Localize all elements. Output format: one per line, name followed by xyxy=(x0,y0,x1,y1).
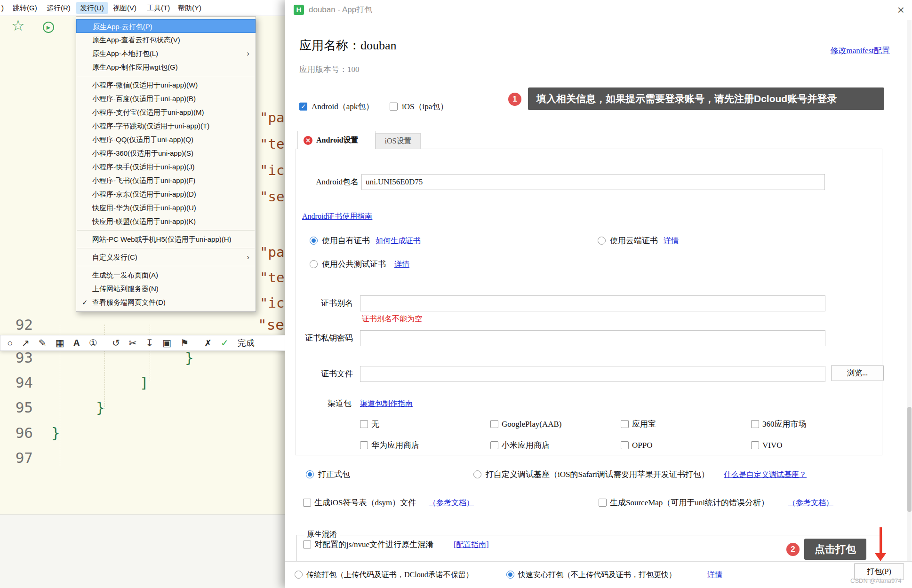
public-cert-detail-link[interactable]: 详情 xyxy=(394,260,409,269)
cert-guide-link[interactable]: Android证书使用指南 xyxy=(302,212,372,221)
browse-button[interactable]: 浏览... xyxy=(831,365,884,381)
obfuscation-guide-link[interactable]: [配置指南] xyxy=(454,540,489,549)
menu-item-mp-jd[interactable]: 小程序-京东(仅适用于uni-app)(D) xyxy=(76,187,256,201)
own-cert-radio[interactable] xyxy=(310,237,318,245)
pack-detail-link[interactable]: 详情 xyxy=(707,570,722,580)
public-test-cert-label[interactable]: 使用公共测试证书 xyxy=(322,260,386,269)
close-icon[interactable]: × xyxy=(897,0,904,20)
channel-guide-link[interactable]: 渠道包制作指南 xyxy=(360,399,413,408)
android-platform-label[interactable]: Android（apk包） xyxy=(312,102,374,111)
sourcemap-checkbox[interactable] xyxy=(599,499,607,507)
menu-item-native-cloud-pack[interactable]: 原生App-云打包(P) xyxy=(76,19,256,33)
obfuscation-checkbox[interactable] xyxy=(303,540,311,548)
cert-file-input[interactable] xyxy=(360,366,825,382)
menu-item-mp-baidu[interactable]: 小程序-百度(仅适用于uni-app)(B) xyxy=(76,92,256,105)
channel-googleplay-label[interactable]: GooglePlay(AAB) xyxy=(502,420,561,429)
scrollbar-thumb[interactable] xyxy=(907,407,912,512)
channel-huawei-checkbox[interactable] xyxy=(360,441,368,449)
ios-platform-label[interactable]: iOS（ipa包） xyxy=(402,102,448,111)
menu-item-quickapp-union[interactable]: 快应用-联盟(仅适用于uni-app)(K) xyxy=(76,215,256,228)
tab-ios-settings[interactable]: iOS设置 xyxy=(376,133,421,149)
menu-item-mp-qq[interactable]: 小程序-QQ(仅适用于uni-app)(Q) xyxy=(76,133,256,146)
channel-huawei-label[interactable]: 华为应用商店 xyxy=(371,441,419,450)
confirm-check-icon[interactable]: ✓ xyxy=(221,338,229,348)
pin-icon[interactable]: ▣ xyxy=(162,338,171,348)
arrow-tool-icon[interactable]: ↗ xyxy=(22,338,30,348)
channel-oppo-label[interactable]: OPPO xyxy=(632,441,652,450)
menu-item-cloud-pack-status[interactable]: 原生App-查看云打包状态(V) xyxy=(76,33,256,47)
channel-none-label[interactable]: 无 xyxy=(371,420,379,429)
menu-item-view[interactable]: 视图(V) xyxy=(113,0,136,16)
channel-360-checkbox[interactable] xyxy=(751,420,759,428)
menu-item-view-server-files[interactable]: ✓查看服务端网页文件(D) xyxy=(76,295,256,309)
menu-item-mp-alipay[interactable]: 小程序-支付宝(仅适用于uni-app)(M) xyxy=(76,105,256,119)
fast-pack-radio[interactable] xyxy=(506,571,514,579)
channel-vivo-label[interactable]: VIVO xyxy=(762,441,783,450)
public-test-cert-radio[interactable] xyxy=(310,260,318,268)
menu-item-mp-feishu[interactable]: 小程序-飞书(仅适用于uni-app)(F) xyxy=(76,174,256,187)
menu-item-custom-publish[interactable]: 自定义发行(C)› xyxy=(76,250,256,264)
custom-base-label[interactable]: 打自定义调试基座（iOS的Safari调试需要用苹果开发证书打包） xyxy=(486,470,709,479)
sourcemap-label[interactable]: 生成SourceMap（可用于uni统计的错误分析） xyxy=(610,498,769,508)
undo-icon[interactable]: ↺ xyxy=(112,338,120,348)
channel-xiaomi-label[interactable]: 小米应用商店 xyxy=(502,441,550,450)
channel-none-checkbox[interactable] xyxy=(360,420,368,428)
capture-done-button[interactable]: 完成 xyxy=(238,337,255,349)
fast-pack-label[interactable]: 快速安心打包（不上传代码及证书，打包更快） xyxy=(518,570,676,580)
release-build-radio[interactable] xyxy=(306,470,314,478)
menu-item-publish[interactable]: 发行(U) xyxy=(76,2,108,14)
traditional-pack-radio[interactable] xyxy=(295,571,303,579)
obfuscation-label[interactable]: 对配置的js/nvue文件进行原生混淆 xyxy=(314,540,433,549)
menu-item-web-h5[interactable]: 网站-PC Web或手机H5(仅适用于uni-app)(H) xyxy=(76,232,256,246)
channel-oppo-checkbox[interactable] xyxy=(621,441,629,449)
channel-yingyongbao-checkbox[interactable] xyxy=(621,420,629,428)
traditional-pack-label[interactable]: 传统打包（上传代码及证书，DCloud承诺不保留） xyxy=(306,570,473,580)
cloud-cert-label[interactable]: 使用云端证书 xyxy=(610,236,658,246)
tab-android-settings[interactable]: × Android设置 xyxy=(297,131,376,149)
run-play-icon[interactable]: ▶ xyxy=(43,22,54,33)
text-tool-icon[interactable]: A xyxy=(73,338,80,348)
number-tool-icon[interactable]: ① xyxy=(89,338,97,348)
package-name-input[interactable] xyxy=(361,174,825,190)
how-to-generate-cert-link[interactable]: 如何生成证书 xyxy=(376,236,421,246)
pen-tool-icon[interactable]: ✎ xyxy=(39,338,47,348)
release-build-label[interactable]: 打正式包 xyxy=(318,470,350,479)
android-platform-checkbox[interactable] xyxy=(299,103,307,111)
menu-item-make-wgt[interactable]: 原生App-制作应用wgt包(G) xyxy=(76,60,256,74)
download-icon[interactable]: ↧ xyxy=(145,338,153,348)
menu-item-mp-weixin[interactable]: 小程序-微信(仅适用于uni-app)(W) xyxy=(76,78,256,92)
menu-item-quickapp-huawei[interactable]: 快应用-华为(仅适用于uni-app)(U) xyxy=(76,201,256,215)
menu-item-mp-toutiao[interactable]: 小程序-字节跳动(仅适用于uni-app)(T) xyxy=(76,119,256,133)
channel-yingyongbao-label[interactable]: 应用宝 xyxy=(632,420,656,429)
menu-item-help[interactable]: 帮助(Y) xyxy=(178,0,201,16)
dsym-doc-link[interactable]: （参考文档） xyxy=(429,498,474,508)
sourcemap-doc-link[interactable]: （参考文档） xyxy=(788,498,833,508)
menu-item-native-local-pack[interactable]: 原生App-本地打包(L)› xyxy=(76,47,256,60)
cert-password-input[interactable] xyxy=(360,330,825,346)
custom-base-radio[interactable] xyxy=(473,470,481,478)
modify-manifest-link[interactable]: 修改manifest配置 xyxy=(830,46,890,56)
cancel-capture-icon[interactable]: ✗ xyxy=(204,339,212,348)
cloud-cert-detail-link[interactable]: 详情 xyxy=(664,236,679,246)
dsym-label[interactable]: 生成iOS符号表（dsym）文件 xyxy=(314,498,416,508)
cloud-cert-radio[interactable] xyxy=(598,237,606,245)
scissors-icon[interactable]: ✂ xyxy=(129,338,137,348)
menu-item-run[interactable]: 运行(R) xyxy=(47,0,71,16)
menu-item-clipped[interactable]: ) xyxy=(1,0,4,16)
menu-item-tools[interactable]: 工具(T) xyxy=(147,0,170,16)
channel-360-label[interactable]: 360应用市场 xyxy=(762,420,807,429)
ios-platform-checkbox[interactable] xyxy=(390,103,398,111)
ellipse-tool-icon[interactable]: ○ xyxy=(7,338,13,348)
menu-item-upload-site[interactable]: 上传网站到服务器(N) xyxy=(76,282,256,295)
menu-item-goto[interactable]: 跳转(G) xyxy=(13,0,37,16)
menu-item-unified-release-page[interactable]: 生成统一发布页面(A) xyxy=(76,268,256,282)
menu-item-mp-kuaishou[interactable]: 小程序-快手(仅适用于uni-app)(J) xyxy=(76,160,256,174)
channel-googleplay-checkbox[interactable] xyxy=(490,420,498,428)
channel-vivo-checkbox[interactable] xyxy=(751,441,759,449)
dsym-checkbox[interactable] xyxy=(303,499,311,507)
flag-icon[interactable]: ⚑ xyxy=(180,338,189,348)
menu-item-mp-360[interactable]: 小程序-360(仅适用于uni-app)(S) xyxy=(76,146,256,160)
favorite-star-icon[interactable]: ☆ xyxy=(11,18,25,33)
what-is-custom-base-link[interactable]: 什么是自定义调试基座？ xyxy=(724,470,807,479)
channel-xiaomi-checkbox[interactable] xyxy=(490,441,498,449)
